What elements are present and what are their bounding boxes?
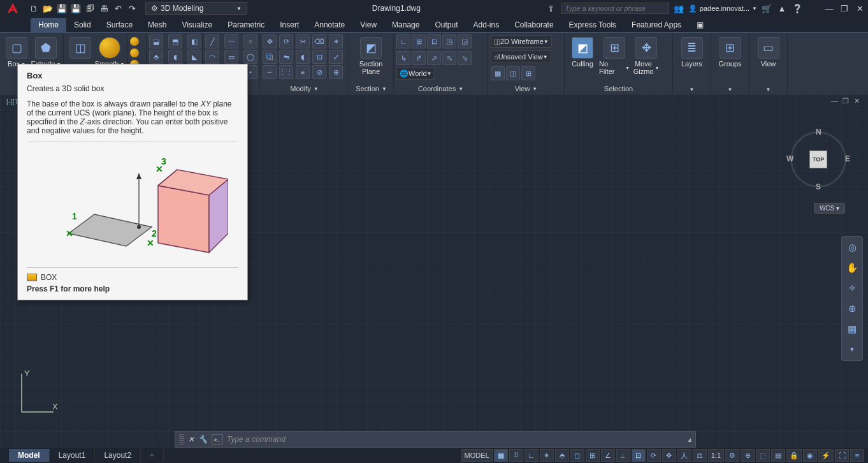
smooth-more-icon[interactable] xyxy=(130,37,139,46)
tab-insert[interactable]: Insert xyxy=(272,18,307,32)
gizmo-button[interactable]: ✥ Move Gizmo▼ xyxy=(631,34,662,75)
share-icon[interactable]: ⇪ xyxy=(546,3,557,14)
view-icon-1[interactable]: ▦ xyxy=(491,66,505,80)
signin-icon[interactable]: 👥 xyxy=(673,3,684,14)
layers-button[interactable]: ≣ Layers xyxy=(676,34,708,68)
wrench-icon[interactable]: 🔧 xyxy=(198,435,208,444)
mirror-icon[interactable]: ⇋ xyxy=(279,50,293,64)
ucs-icon-6[interactable]: ↳ xyxy=(396,51,410,65)
hardware-accel-icon[interactable]: ⚡ xyxy=(818,449,834,462)
grid-toggle-icon[interactable]: ▦ xyxy=(494,449,508,462)
ucs-icon-4[interactable]: ◳ xyxy=(442,34,456,48)
align-icon[interactable]: ≡ xyxy=(296,65,310,79)
tab-manage[interactable]: Manage xyxy=(384,18,427,32)
dynamic-input-icon[interactable]: ⊡ xyxy=(632,449,646,462)
rotate-icon[interactable]: ⟳ xyxy=(279,34,293,48)
otrack-icon[interactable]: ∠ xyxy=(601,449,615,462)
cart-icon[interactable]: 🛒 xyxy=(761,3,772,14)
help-icon[interactable]: ❔ xyxy=(792,3,803,14)
viewcube-s[interactable]: S xyxy=(816,182,821,191)
visual-style-dropdown[interactable]: ◫ 2D Wireframe▼ xyxy=(491,35,552,48)
culling-button[interactable]: ◩ Culling xyxy=(567,34,598,68)
smooth-less-icon[interactable] xyxy=(130,48,139,57)
presspull-icon[interactable]: ⬘ xyxy=(149,50,163,64)
layout-1[interactable]: Layout1 xyxy=(50,449,96,462)
open-icon[interactable]: 📂 xyxy=(42,3,54,14)
navbar-more-icon[interactable]: ▼ xyxy=(844,341,860,358)
subtract-icon[interactable]: ⬒ xyxy=(168,34,182,48)
units-icon[interactable]: ⬚ xyxy=(756,449,770,462)
dynamic-ucs-icon[interactable]: ⟂ xyxy=(616,449,630,462)
orbit-icon[interactable]: ⊕ xyxy=(844,300,860,317)
tab-collaborate[interactable]: Collaborate xyxy=(507,18,561,32)
world-dropdown[interactable]: 🌐 World▼ xyxy=(396,67,435,80)
tab-mesh[interactable]: Mesh xyxy=(140,18,174,32)
customize-icon[interactable]: ≡ xyxy=(850,449,864,462)
isodraft-icon[interactable]: ⬘ xyxy=(555,449,569,462)
quick-properties-icon[interactable]: ▤ xyxy=(771,449,785,462)
rectangle-icon[interactable]: ▭ xyxy=(224,50,238,64)
mesh-button[interactable]: ◫ xyxy=(66,34,94,59)
fillet-icon[interactable]: ◖ xyxy=(168,50,182,64)
layout-add[interactable]: + xyxy=(141,449,164,462)
layout-model[interactable]: Model xyxy=(9,449,50,462)
clean-screen-icon[interactable]: ⛶ xyxy=(835,449,849,462)
trim-icon[interactable]: ✂ xyxy=(296,34,310,48)
isolate-objects-icon[interactable]: ◉ xyxy=(803,449,817,462)
ucs-icon-9[interactable]: ⬁ xyxy=(442,51,456,65)
fillet2-icon[interactable]: ◖ xyxy=(296,50,310,64)
selection-cycling-icon[interactable]: ⟳ xyxy=(647,449,661,462)
ellipse-icon[interactable]: ◯ xyxy=(243,50,257,64)
tab-overflow[interactable]: ▣ xyxy=(689,18,711,32)
polar-toggle-icon[interactable]: ✶ xyxy=(540,449,554,462)
tab-solid[interactable]: Solid xyxy=(66,18,99,32)
tab-expresstools[interactable]: Express Tools xyxy=(561,18,624,32)
viewcube[interactable]: TOP N S E W xyxy=(786,128,850,191)
maximize-button[interactable]: ❐ xyxy=(839,3,850,14)
close-button[interactable]: ✕ xyxy=(854,3,865,14)
undo-icon[interactable]: ↶ xyxy=(112,3,124,14)
tab-output[interactable]: Output xyxy=(427,18,465,32)
3dosnap-icon[interactable]: ⊞ xyxy=(586,449,600,462)
viewport-maximize-icon[interactable]: ❐ xyxy=(843,97,851,106)
lock-ui-icon[interactable]: 🔒 xyxy=(786,449,802,462)
new-icon[interactable]: 🗋 xyxy=(28,3,40,14)
line-icon[interactable]: ╱ xyxy=(205,34,219,48)
groups-button[interactable]: ⊞ Groups xyxy=(714,34,746,68)
tab-surface[interactable]: Surface xyxy=(99,18,140,32)
nofilter-button[interactable]: ⊞ No Filter▼ xyxy=(599,34,630,75)
wcs-tag[interactable]: WCS ▾ xyxy=(814,203,845,214)
user-menu[interactable]: 👤padee.innovat...▼ xyxy=(688,4,757,13)
chamfer-icon[interactable]: ◣ xyxy=(187,50,201,64)
status-model[interactable]: MODEL xyxy=(461,449,493,462)
layout-2[interactable]: Layout2 xyxy=(95,449,141,462)
search-input[interactable] xyxy=(561,3,669,14)
ortho-toggle-icon[interactable]: ∟ xyxy=(524,449,539,462)
osnap-toggle-icon[interactable]: ◻ xyxy=(570,449,584,462)
view-far-button[interactable]: ▭ View xyxy=(752,34,785,68)
viewcube-n[interactable]: N xyxy=(816,128,821,136)
array-icon[interactable]: ⋮⋮ xyxy=(279,65,293,79)
steering-wheel-icon[interactable]: ◎ xyxy=(844,239,860,256)
viewport-minimize-icon[interactable]: — xyxy=(831,97,840,106)
tab-visualize[interactable]: Visualize xyxy=(174,18,220,32)
print-icon[interactable]: 🖶 xyxy=(98,3,110,14)
annotation-monitor-icon[interactable]: ⊕ xyxy=(741,449,755,462)
view-dropdown[interactable]: ⌂ Unsaved View▼ xyxy=(491,50,551,63)
ucs-icon-1[interactable]: ∟ xyxy=(396,34,410,48)
snap-toggle-icon[interactable]: ⠿ xyxy=(509,449,523,462)
move-icon[interactable]: ✥ xyxy=(263,34,277,48)
saveas-icon[interactable]: 💾 xyxy=(70,3,82,14)
extrude-button[interactable]: ⬟ Extrude▼ xyxy=(32,34,60,68)
ucs-icon-10[interactable]: ⬂ xyxy=(458,51,472,65)
autodesk-icon[interactable]: ▲ xyxy=(776,3,788,14)
viewport-close-icon[interactable]: ✕ xyxy=(854,97,863,106)
union-icon[interactable]: ⬓ xyxy=(149,34,163,48)
autoscale-icon[interactable]: ⚖ xyxy=(693,449,707,462)
tab-home[interactable]: Home xyxy=(31,18,66,32)
copy-icon[interactable]: ⿻ xyxy=(263,50,277,64)
grip-icon[interactable] xyxy=(179,434,184,445)
box-button[interactable]: ▢ Box▼ xyxy=(3,34,31,68)
ucs-icon-2[interactable]: ⊞ xyxy=(412,34,426,48)
pan-icon[interactable]: ✋ xyxy=(844,260,860,276)
